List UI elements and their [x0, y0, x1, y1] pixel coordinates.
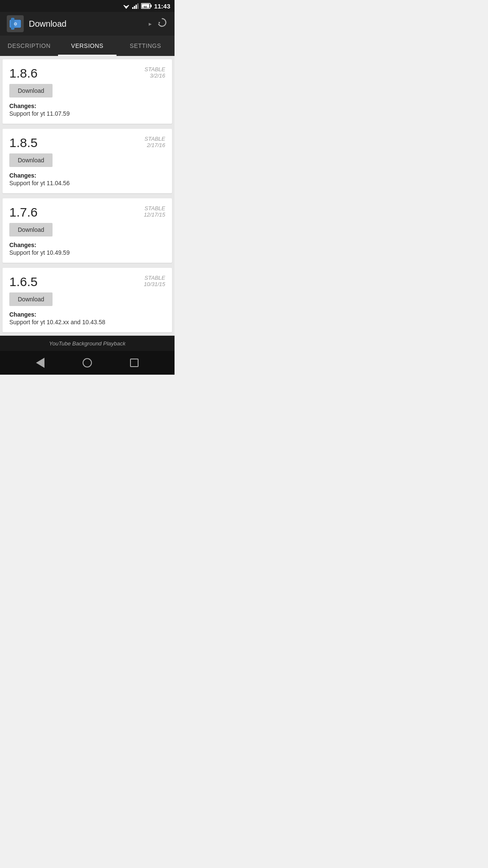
version-card-185: 1.8.5 STABLE 2/17/16 Download Changes: S…: [3, 129, 172, 193]
tab-versions[interactable]: Versions: [58, 36, 116, 56]
bottom-app-label: YouTube Background Playback: [0, 336, 175, 351]
refresh-button[interactable]: [157, 17, 168, 31]
download-button-186[interactable]: Download: [9, 84, 53, 97]
svg-rect-3: [132, 7, 133, 9]
version-number-165: 1.6.5: [9, 275, 38, 289]
download-button-185[interactable]: Download: [9, 153, 53, 167]
version-number-185: 1.8.5: [9, 136, 38, 150]
version-header-186: 1.8.6 STABLE 3/2/16: [9, 66, 165, 81]
dropdown-arrow-icon: ▸: [149, 20, 152, 27]
tab-description[interactable]: Description: [0, 36, 58, 56]
app-bar: ⚙ Download ▸: [0, 12, 175, 36]
nav-back-button[interactable]: [33, 356, 47, 370]
home-icon: [83, 358, 92, 367]
tab-settings[interactable]: Settings: [116, 36, 175, 56]
version-card-176: 1.7.6 STABLE 12/17/15 Download Changes: …: [3, 198, 172, 263]
wifi-icon: [122, 3, 130, 9]
navigation-bar: [0, 351, 175, 375]
version-date-185: 2/17/16: [144, 142, 165, 148]
download-button-176[interactable]: Download: [9, 223, 53, 236]
version-number-176: 1.7.6: [9, 205, 38, 220]
app-title: Download: [29, 19, 144, 29]
app-label-text: YouTube Background Playback: [49, 340, 125, 347]
signal-icon: [132, 3, 139, 9]
version-stability-185: STABLE: [144, 136, 165, 142]
svg-rect-4: [134, 6, 135, 9]
versions-list: 1.8.6 STABLE 3/2/16 Download Changes: Su…: [0, 56, 175, 336]
changes-label-186: Changes:: [9, 103, 165, 109]
svg-rect-5: [136, 5, 137, 9]
svg-text:⚙: ⚙: [14, 22, 17, 26]
version-stability-165: STABLE: [144, 275, 165, 281]
changes-text-176: Support for yt 10.49.59: [9, 249, 165, 256]
version-date-165: 10/31/15: [144, 281, 165, 287]
recents-icon: [130, 359, 139, 367]
version-stability-186: STABLE: [144, 66, 165, 72]
nav-home-button[interactable]: [80, 356, 94, 370]
svg-text:90: 90: [144, 6, 147, 8]
svg-rect-6: [137, 3, 139, 9]
svg-rect-8: [150, 5, 152, 7]
changes-text-185: Support for yt 11.04.56: [9, 180, 165, 186]
battery-icon: 90: [141, 3, 152, 9]
version-meta-176: STABLE 12/17/15: [144, 205, 165, 218]
version-date-176: 12/17/15: [144, 211, 165, 218]
version-card-186: 1.8.6 STABLE 3/2/16 Download Changes: Su…: [3, 59, 172, 124]
version-card-165: 1.6.5 STABLE 10/31/15 Download Changes: …: [3, 268, 172, 332]
version-meta-186: STABLE 3/2/16: [144, 66, 165, 79]
version-header-185: 1.8.5 STABLE 2/17/16: [9, 136, 165, 150]
app-logo: ⚙: [7, 15, 24, 32]
version-number-186: 1.8.6: [9, 66, 38, 81]
version-meta-165: STABLE 10/31/15: [144, 275, 165, 287]
download-button-165[interactable]: Download: [9, 292, 53, 306]
back-icon: [36, 358, 44, 368]
version-stability-176: STABLE: [144, 205, 165, 211]
status-icons: 90 11:43: [122, 3, 170, 10]
changes-text-186: Support for yt 11.07.59: [9, 110, 165, 117]
changes-label-185: Changes:: [9, 172, 165, 179]
changes-text-165: Support for yt 10.42.xx and 10.43.58: [9, 319, 165, 326]
nav-recents-button[interactable]: [128, 356, 141, 370]
version-date-186: 3/2/16: [144, 72, 165, 79]
version-meta-185: STABLE 2/17/16: [144, 136, 165, 148]
changes-label-165: Changes:: [9, 311, 165, 318]
tabs: Description Versions Settings: [0, 36, 175, 56]
status-bar: 90 11:43: [0, 0, 175, 12]
version-header-176: 1.7.6 STABLE 12/17/15: [9, 205, 165, 220]
changes-label-176: Changes:: [9, 242, 165, 248]
version-header-165: 1.6.5 STABLE 10/31/15: [9, 275, 165, 289]
time-display: 11:43: [154, 3, 170, 10]
